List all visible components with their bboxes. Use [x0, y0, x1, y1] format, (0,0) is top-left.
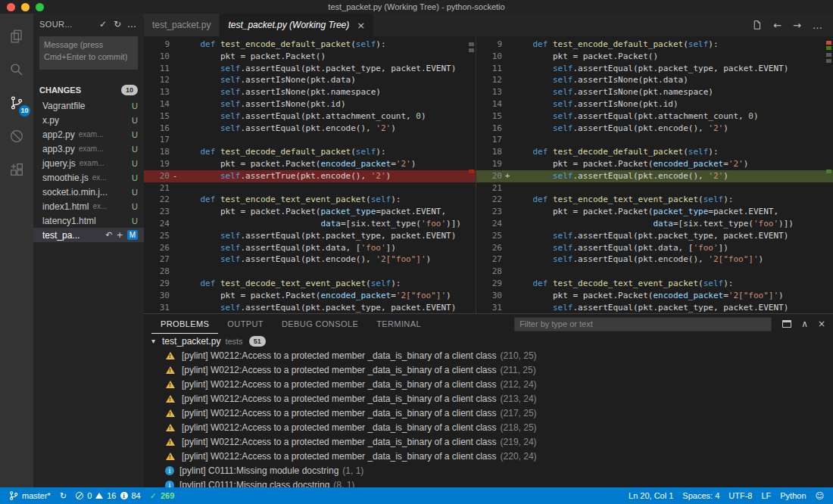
collapse-panel-icon[interactable]: ∧ [801, 319, 808, 329]
file-row[interactable]: app2.pyexam...U [33, 127, 144, 142]
feedback-smiley-icon[interactable]: ☺ [811, 491, 828, 501]
code-line[interactable]: 10 pkt = packet.Packet() [144, 51, 476, 63]
activity-explorer-icon[interactable] [0, 20, 33, 53]
code-line[interactable]: 19 pkt = packet.Packet(encoded_packet='2… [476, 158, 833, 170]
maximize-panel-icon[interactable] [782, 320, 791, 328]
problems-file-group[interactable]: ▾ test_packet.py tests 51 [144, 334, 833, 348]
problem-row[interactable]: [pylint] W0212:Access to a protected mem… [144, 420, 833, 434]
test-status-indicator[interactable]: ✓ 269 [145, 487, 179, 504]
close-window-button[interactable] [7, 3, 15, 11]
indentation-indicator[interactable]: Spaces: 4 [678, 491, 724, 500]
close-tab-icon[interactable]: × [357, 20, 365, 31]
open-file-icon[interactable] [752, 20, 762, 30]
commit-message-input[interactable]: Message (press Cmd+Enter to commit) [39, 36, 138, 70]
stage-changes-icon[interactable]: + [116, 230, 123, 240]
code-line[interactable]: 26 self.assertEqual(pkt.data, ['foo']) [144, 242, 476, 254]
panel-tab-output[interactable]: OUTPUT [218, 314, 273, 334]
code-line[interactable]: 27 self.assertEqual(pkt.encode(), '2["fo… [144, 254, 476, 266]
code-line[interactable]: 21 [476, 182, 833, 194]
git-branch-indicator[interactable]: master* [5, 487, 55, 504]
file-row[interactable]: app3.pyexam...U [33, 142, 144, 156]
activity-search-icon[interactable] [0, 53, 33, 86]
problem-row[interactable]: [pylint] W0212:Access to a protected mem… [144, 434, 833, 449]
file-row[interactable]: test_pa...↶+M [33, 228, 144, 242]
code-line[interactable]: 29 def test_decode_text_event_packet(sel… [144, 278, 476, 290]
commit-button[interactable]: ✓ [97, 19, 109, 30]
problems-filter-input[interactable] [514, 317, 772, 331]
code-line[interactable]: 28 [144, 266, 476, 278]
activity-extensions-icon[interactable] [0, 153, 33, 186]
code-line[interactable]: 18 def test_decode_default_packet(self): [476, 146, 833, 158]
zoom-window-button[interactable] [36, 3, 44, 11]
code-line[interactable]: 16 self.assertEqual(pkt.encode(), '2') [144, 123, 476, 135]
file-row[interactable]: index1.htmlex...U [33, 199, 144, 213]
code-line[interactable]: 27 self.assertEqual(pkt.encode(), '2["fo… [476, 254, 833, 266]
eol-indicator[interactable]: LF [757, 491, 775, 500]
code-line[interactable]: 28 [476, 266, 833, 278]
panel-tab-terminal[interactable]: TERMINAL [367, 314, 430, 334]
code-line[interactable]: 19 pkt = packet.Packet(encoded_packet='2… [144, 158, 476, 170]
code-line[interactable]: 29 def test_decode_text_event_packet(sel… [476, 278, 833, 290]
code-line[interactable]: 13 self.assertIsNone(pkt.namespace) [476, 86, 833, 98]
problem-row[interactable]: [pylint] W0212:Access to a protected mem… [144, 391, 833, 406]
code-line[interactable]: 16 self.assertEqual(pkt.encode(), '2') [476, 123, 833, 135]
problem-row[interactable]: [pylint] W0212:Access to a protected mem… [144, 377, 833, 391]
more-actions-button[interactable]: … [126, 19, 138, 30]
code-line[interactable]: 14 self.assertIsNone(pkt.id) [144, 98, 476, 110]
tab-test-packet-working-tree[interactable]: test_packet.py (Working Tree) × [220, 14, 373, 36]
code-line[interactable]: 30 pkt = packet.Packet(encoded_packet='2… [476, 290, 833, 302]
code-line[interactable]: 12 self.assertIsNone(pkt.data) [144, 74, 476, 86]
code-line[interactable]: 11 self.assertEqual(pkt.packet_type, pac… [144, 63, 476, 75]
problem-row[interactable]: [pylint] W0212:Access to a protected mem… [144, 348, 833, 362]
code-line[interactable]: 31 self.assertEqual(pkt.packet_type, pac… [144, 302, 476, 313]
code-line[interactable]: 23 pkt = packet.Packet(packet_type=packe… [476, 206, 833, 218]
code-line[interactable]: 25 self.assertEqual(pkt.packet_type, pac… [144, 230, 476, 242]
problems-status-indicator[interactable]: 0 16 i 84 [71, 487, 145, 504]
code-line[interactable]: 17 [476, 134, 833, 146]
code-line[interactable]: 18 def test_decode_default_packet(self): [144, 146, 476, 158]
discard-changes-icon[interactable]: ↶ [105, 230, 112, 240]
activity-debug-icon[interactable] [0, 120, 33, 153]
code-line[interactable]: 9 def test_encode_default_packet(self): [144, 39, 476, 51]
code-line[interactable]: 15 self.assertEqual(pkt.attachment_count… [476, 110, 833, 123]
code-line[interactable]: 10 pkt = packet.Packet() [476, 51, 833, 63]
code-line[interactable]: 31 self.assertEqual(pkt.packet_type, pac… [476, 302, 833, 313]
code-line[interactable]: 22 def test_encode_text_event_packet(sel… [476, 194, 833, 206]
code-line[interactable]: 15 self.assertEqual(pkt.attachment_count… [144, 110, 476, 123]
minimize-window-button[interactable] [21, 3, 30, 11]
changes-section-header[interactable]: CHANGES 10 [33, 82, 144, 98]
code-line[interactable]: 23 pkt = packet.Packet(packet_type=packe… [144, 206, 476, 218]
code-line[interactable]: 21 [144, 182, 476, 194]
code-line[interactable]: 20+ self.assertEqual(pkt.encode(), '2') [476, 170, 833, 182]
problem-row[interactable]: [pylint] W0212:Access to a protected mem… [144, 449, 833, 463]
code-line[interactable]: 12 self.assertIsNone(pkt.data) [476, 74, 833, 86]
panel-tab-debug-console[interactable]: DEBUG CONSOLE [273, 314, 367, 334]
file-row[interactable]: VagrantfileU [33, 98, 144, 113]
problem-row[interactable]: [pylint] W0212:Access to a protected mem… [144, 362, 833, 377]
code-line[interactable]: 26 self.assertEqual(pkt.data, ['foo']) [476, 242, 833, 254]
code-line[interactable]: 24 data=[six.text_type('foo')]) [144, 218, 476, 230]
code-line[interactable]: 17 [144, 134, 476, 146]
file-row[interactable]: jquery.jsexam...U [33, 156, 144, 170]
tab-test-packet[interactable]: test_packet.py [144, 14, 219, 36]
code-line[interactable]: 20- self.assertTrue(pkt.encode(), '2') [144, 170, 476, 182]
panel-tab-problems[interactable]: PROBLEMS [151, 314, 218, 334]
file-row[interactable]: smoothie.jsex...U [33, 170, 144, 185]
code-line[interactable]: 14 self.assertIsNone(pkt.id) [476, 98, 833, 110]
language-indicator[interactable]: Python [775, 491, 810, 500]
code-line[interactable]: 25 self.assertEqual(pkt.packet_type, pac… [476, 230, 833, 242]
code-line[interactable]: 24 data=[six.text_type('foo')]) [476, 218, 833, 230]
encoding-indicator[interactable]: UTF-8 [724, 491, 757, 500]
more-editor-actions-icon[interactable]: … [813, 20, 822, 31]
code-line[interactable]: 13 self.assertIsNone(pkt.namespace) [144, 86, 476, 98]
navigate-forward-icon[interactable]: → [793, 20, 801, 31]
file-row[interactable]: socket.io.min.j...U [33, 185, 144, 199]
problem-row[interactable]: [pylint] C0111:Missing module docstring(… [144, 463, 833, 478]
code-line[interactable]: 9 def test_encode_default_packet(self): [476, 39, 833, 51]
problem-row[interactable]: [pylint] W0212:Access to a protected mem… [144, 406, 833, 420]
activity-source-control-icon[interactable]: 10 [0, 86, 33, 120]
code-line[interactable]: 30 pkt = packet.Packet(encoded_packet='2… [144, 290, 476, 302]
code-line[interactable]: 11 self.assertEqual(pkt.packet_type, pac… [476, 63, 833, 75]
close-panel-icon[interactable]: × [818, 319, 825, 329]
cursor-position[interactable]: Ln 20, Col 1 [624, 491, 678, 500]
